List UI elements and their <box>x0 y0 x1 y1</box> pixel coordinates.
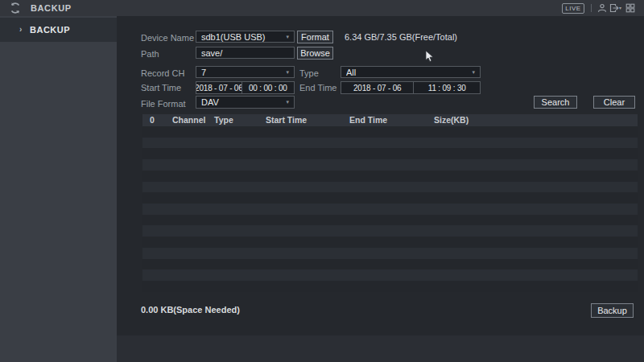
live-button[interactable]: LIVE <box>562 3 584 14</box>
table-row <box>142 138 638 149</box>
clear-button[interactable]: Clear <box>593 96 635 109</box>
caret-down-icon: ▾ <box>286 99 289 105</box>
page-title: BACKUP <box>31 3 72 13</box>
col-type: Type <box>214 114 233 126</box>
titlebar-divider <box>591 4 592 12</box>
backup-screen: BACKUP LIVE ▾ › BACKUP Device Name sdb <box>0 0 644 362</box>
table-row <box>142 215 638 226</box>
chevron-right-icon: › <box>19 18 23 42</box>
start-time-label: Start Time <box>141 83 197 93</box>
device-name-value: sdb1(USB USB) <box>201 32 283 42</box>
capacity-info: 6.34 GB/7.35 GB(Free/Total) <box>345 32 457 42</box>
browse-button[interactable]: Browse <box>297 47 333 60</box>
record-ch-label: Record CH <box>141 68 197 78</box>
backup-button[interactable]: Backup <box>591 303 634 318</box>
table-row <box>142 225 638 237</box>
file-format-label: File Format <box>141 99 197 109</box>
end-time-picker[interactable]: 2018 - 07 - 06 11 : 09 : 30 <box>341 81 481 94</box>
path-input[interactable] <box>201 48 289 58</box>
table-row <box>142 171 638 182</box>
end-date-value[interactable]: 2018 - 07 - 06 <box>341 82 413 93</box>
app-logo-icon <box>9 2 22 14</box>
col-end-time: End Time <box>349 114 387 126</box>
sidebar: › BACKUP <box>0 16 117 362</box>
device-name-label: Device Name <box>141 33 197 43</box>
logout-caret-icon[interactable]: ▾ <box>619 5 621 10</box>
type-select[interactable]: All ▾ <box>341 66 481 78</box>
end-time-value[interactable]: 11 : 09 : 30 <box>413 82 480 93</box>
sidebar-item-label: BACKUP <box>30 18 70 42</box>
search-button[interactable]: Search <box>534 96 577 109</box>
path-input-wrap <box>196 47 295 59</box>
logout-icon[interactable] <box>609 3 619 13</box>
start-time-picker[interactable]: 2018 - 07 - 06 00 : 00 : 00 <box>196 81 295 94</box>
type-label: Type <box>299 68 340 78</box>
col-channel: Channel <box>172 114 205 126</box>
bottom-strip <box>117 335 644 362</box>
sidebar-item-backup[interactable]: › BACKUP <box>0 18 117 42</box>
table-row <box>142 259 638 270</box>
record-ch-select[interactable]: 7 ▾ <box>196 66 295 78</box>
col-count: 0 <box>150 114 155 126</box>
start-time-value[interactable]: 00 : 00 : 00 <box>242 82 294 93</box>
end-time-label: End Time <box>299 83 340 93</box>
file-format-select[interactable]: DAV ▾ <box>196 96 295 109</box>
col-start-time: Start Time <box>266 114 307 126</box>
table-row <box>142 148 638 159</box>
file-format-value: DAV <box>201 97 283 107</box>
path-label: Path <box>141 49 197 59</box>
table-row <box>142 204 638 215</box>
caret-down-icon: ▾ <box>472 69 475 76</box>
record-ch-value: 7 <box>201 68 283 77</box>
table-row <box>142 248 638 259</box>
caret-down-icon: ▾ <box>286 34 289 40</box>
mouse-cursor <box>425 50 435 63</box>
main-panel: Device Name sdb1(USB USB) ▾ Format 6.34 … <box>117 16 644 335</box>
col-size: Size(KB) <box>434 114 469 126</box>
table-row <box>142 237 638 248</box>
table-row <box>142 281 638 292</box>
space-needed-text: 0.00 KB(Space Needed) <box>141 305 240 315</box>
table-header: 0 Channel Type Start Time End Time Size(… <box>142 114 638 126</box>
table-row <box>142 126 638 138</box>
user-icon[interactable] <box>597 3 607 13</box>
type-value: All <box>346 68 469 77</box>
caret-down-icon: ▾ <box>286 69 289 76</box>
table-row <box>142 182 638 193</box>
format-button[interactable]: Format <box>297 31 333 43</box>
table-row <box>142 269 638 281</box>
table-row <box>142 192 638 204</box>
results-table: 0 Channel Type Start Time End Time Size(… <box>142 114 638 292</box>
titlebar: BACKUP LIVE ▾ <box>0 0 644 16</box>
table-row <box>142 159 638 171</box>
start-date-value[interactable]: 2018 - 07 - 06 <box>196 82 242 93</box>
device-name-select[interactable]: sdb1(USB USB) ▾ <box>196 31 295 43</box>
grid-view-icon[interactable] <box>625 3 635 13</box>
table-body <box>142 126 638 292</box>
